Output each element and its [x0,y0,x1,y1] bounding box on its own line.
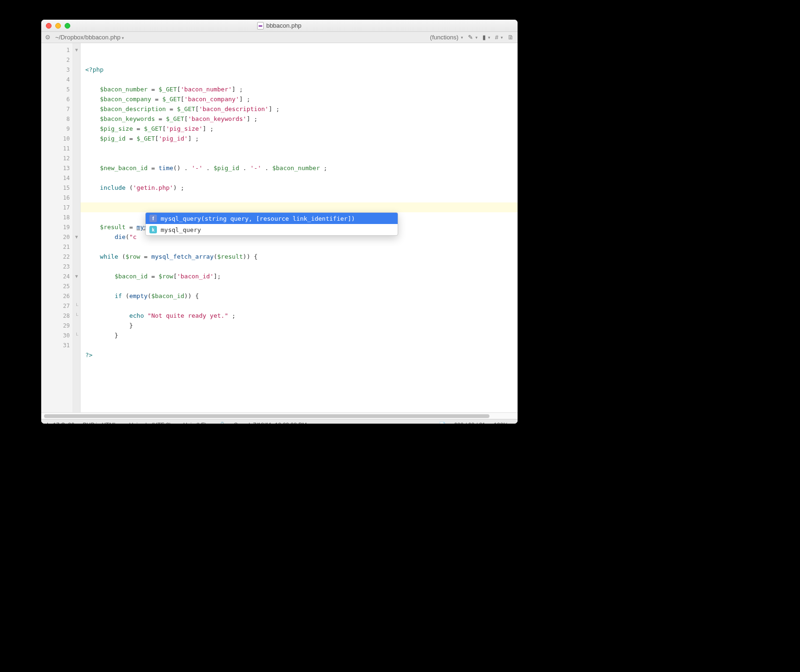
window-controls [46,23,70,29]
close-button[interactable] [46,23,52,29]
saved-label: Saved: 7/18/11, 12:02:08 PM [234,422,307,424]
code-editor[interactable]: <?php $bacon_number = $_GET['bacon_numbe… [81,43,518,412]
encoding-dropdown[interactable]: Unicode (UTF-8) [129,422,175,424]
sections-icon[interactable]: ▮ [482,34,490,41]
gear-icon[interactable]: ⚙ [45,34,51,41]
autocomplete-popup[interactable]: fmysql_query(string query, [resource lin… [145,212,398,236]
autocomplete-label: mysql_query(string query, [resource link… [161,214,355,224]
line-number-gutter[interactable]: 1234567891011121314151617181920212223242… [41,43,73,412]
titlebar[interactable]: bbbacon.php [41,20,518,32]
current-line-highlight [81,202,518,212]
statusbar: L: 17 C: 26 PHP in HTML Unicode (UTF-8) … [41,419,518,424]
fold-margin[interactable]: ▼▼▼└└└ [73,43,81,412]
document-icon[interactable]: 🗎 [508,34,514,41]
line-ending-dropdown[interactable]: Unix (LF) [183,422,210,424]
minimize-button[interactable] [55,23,61,29]
autocomplete-item[interactable]: fmysql_query(string query, [resource lin… [146,213,398,224]
autocomplete-label: mysql_query [161,225,201,235]
language-dropdown[interactable]: PHP in HTML [83,422,121,424]
zoom-button[interactable] [65,23,70,29]
bookmark-icon[interactable]: ✎ [468,34,478,41]
file-icon [257,22,264,30]
functions-dropdown[interactable]: (functions) [430,34,463,41]
autocomplete-badge-icon: k [149,226,157,233]
window-title: bbbacon.php [266,22,301,29]
doc-stats: 680 / 60 / 31 [454,422,486,424]
autocomplete-badge-icon: f [149,215,157,222]
title-center: bbbacon.php [41,22,518,30]
lock-icon[interactable]: 🔓 [219,422,226,424]
zoom-dropdown[interactable]: 100% [494,422,512,424]
hash-icon[interactable]: # [495,34,503,41]
editor-area: 1234567891011121314151617181920212223242… [41,43,518,412]
toolbar: ⚙ ~/Dropbox/bbbacon.php (functions) ✎ ▮ … [41,32,518,43]
doc-stats-icon: 📄 [439,422,446,424]
horizontal-scrollbar[interactable] [41,412,518,419]
autocomplete-item[interactable]: kmysql_query [146,224,398,235]
desktop: bbbacon.php ⚙ ~/Dropbox/bbbacon.php (fun… [0,0,800,672]
path-dropdown[interactable]: ~/Dropbox/bbbacon.php [55,34,124,41]
cursor-position: L: 17 C: 26 [47,422,74,424]
editor-window: bbbacon.php ⚙ ~/Dropbox/bbbacon.php (fun… [41,20,518,424]
scrollbar-thumb[interactable] [44,414,489,418]
